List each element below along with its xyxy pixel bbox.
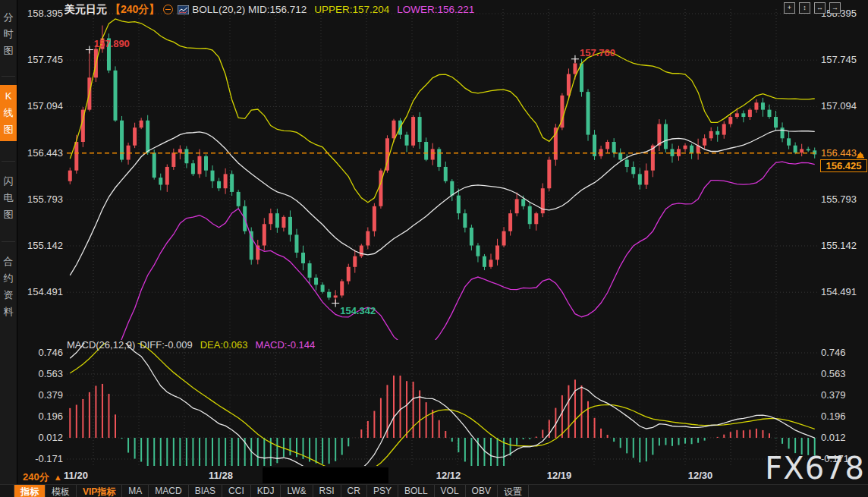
sidebar-item-3[interactable]: 合约资料 xyxy=(0,250,17,323)
toolbar-tab-VOL[interactable]: VOL xyxy=(435,485,466,497)
sidebar-item-1[interactable]: K线图 xyxy=(0,85,17,141)
sidebar-separator xyxy=(2,76,15,77)
toolbar-tab-BOLL[interactable]: BOLL xyxy=(398,485,435,497)
price-axis-label-right: 155.142 xyxy=(821,240,857,251)
toolbar-tab-MA[interactable]: MA xyxy=(122,485,149,497)
macd-diff-value: DIFF:-0.009 xyxy=(140,339,192,351)
toolbar-tab-CR[interactable]: CR xyxy=(341,485,367,497)
price-axis-label-right: 154.491 xyxy=(821,286,857,297)
axis-horizontal-scale-icon[interactable]: ↔ xyxy=(814,2,826,14)
macd-title: MACD(26,12,9) xyxy=(67,339,135,351)
svg-text:157.890: 157.890 xyxy=(94,38,130,49)
axis-toolbar: +↕↔→ xyxy=(784,2,841,14)
x-axis-date-label: 12/30 xyxy=(688,470,713,481)
toolbar-tab-KDJ[interactable]: KDJ xyxy=(251,485,281,497)
sidebar-item-2[interactable]: 闪电图 xyxy=(0,170,17,226)
macd-legend: MACD(26,12,9)DIFF:-0.009DEA:0.063MACD:-0… xyxy=(67,339,315,351)
axis-shift-right-icon[interactable]: → xyxy=(829,2,841,14)
chart-header: 美元日元【240分】BOLL(20,2) MID:156.712UPPER:15… xyxy=(64,3,474,17)
toolbar-tab-BIAS[interactable]: BIAS xyxy=(189,485,222,497)
svg-text:154.342: 154.342 xyxy=(340,305,376,316)
macd-axis-label-right: 0.746 xyxy=(821,347,846,358)
macd-axis-label-right: 0.012 xyxy=(821,432,846,443)
period-label: 【240分】 xyxy=(110,3,159,15)
toolbar-tab-模板[interactable]: 模板 xyxy=(46,485,77,497)
chart-type-sidebar: 分时图K线图闪电图合约资料 xyxy=(0,0,17,484)
toolbar-tab-指标[interactable]: 指标 xyxy=(14,485,46,497)
x-axis-date-label: 12/12 xyxy=(436,470,461,481)
boll-upper-legend: UPPER:157.204 xyxy=(314,4,389,15)
svg-text:157.760: 157.760 xyxy=(580,47,615,58)
price-axis-label-right: 157.745 xyxy=(821,54,857,65)
macd-axis-label-right: 0.196 xyxy=(821,410,846,422)
toolbar-tab-RSI[interactable]: RSI xyxy=(313,485,341,497)
watermark: FX678 xyxy=(765,451,865,486)
toolbar-tab-CCI[interactable]: CCI xyxy=(222,485,251,497)
symbol-title: 美元日元 xyxy=(64,3,107,15)
macd-axis-label-right: -0.171 xyxy=(821,453,849,464)
axis-vertical-scale-icon[interactable]: ↕ xyxy=(799,2,810,14)
x-axis-date-label: 12/19 xyxy=(547,470,572,481)
price-axis-label-right: 157.094 xyxy=(821,100,857,112)
indicator-toolbar: 指标模板VIP指标MAMACDBIASCCIKDJLW&RSICRPSYBOLL… xyxy=(0,484,868,497)
toolbar-tab-VIP指标[interactable]: VIP指标 xyxy=(77,485,122,497)
toolbar-tab-MACD[interactable]: MACD xyxy=(149,485,188,497)
period-badge[interactable]: 240分▲ xyxy=(23,470,62,484)
boll-lower-legend: LOWER:156.221 xyxy=(397,4,474,15)
toolbar-tab-LW&[interactable]: LW& xyxy=(281,485,313,497)
period-menu-icon[interactable] xyxy=(163,5,173,14)
chart-app: 157.890157.760154.342 分时图K线图闪电图合约资料 美元日元… xyxy=(0,0,868,497)
candlestick-chart-canvas[interactable]: 157.890157.760154.342 xyxy=(0,0,868,497)
toolbar-tab-设置[interactable]: 设置 xyxy=(498,485,529,497)
boll-legend: BOLL(20,2) MID:156.712 xyxy=(192,4,307,15)
price-axis-label-right: 155.793 xyxy=(821,193,857,205)
macd-bar-value: MACD:-0.144 xyxy=(256,339,316,351)
x-axis-date-label: 11/20 xyxy=(64,470,88,481)
price-axis-label-right: 156.443 xyxy=(821,147,857,159)
macd-dea-value: DEA:0.063 xyxy=(200,339,248,351)
macd-axis-label-right: 0.563 xyxy=(821,368,846,379)
mini-kline-icon xyxy=(178,5,189,17)
period-badge-label: 240分 xyxy=(23,471,49,483)
crosshair-icon[interactable]: + xyxy=(784,2,795,14)
sidebar-separator xyxy=(2,161,15,162)
price-alert-bell-icon[interactable] xyxy=(856,149,865,162)
redacted-date-label xyxy=(263,467,388,483)
x-axis-date-label: 11/28 xyxy=(209,470,233,481)
toolbar-tab-PSY[interactable]: PSY xyxy=(367,485,398,497)
toolbar-tab-OBV[interactable]: OBV xyxy=(466,485,498,497)
period-badge-arrow-icon: ▲ xyxy=(54,473,62,482)
sidebar-item-0[interactable]: 分时图 xyxy=(0,6,17,62)
sidebar-separator xyxy=(2,241,15,242)
macd-axis-label-right: 0.379 xyxy=(821,389,846,401)
